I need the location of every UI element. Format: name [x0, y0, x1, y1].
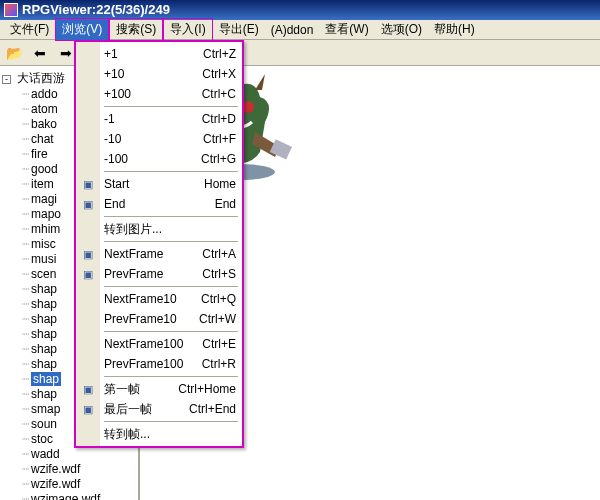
menu-item-start[interactable]: ▣StartHome — [76, 174, 242, 194]
tree-item[interactable]: wzife.wdf — [22, 462, 136, 477]
menu-item-nextframe100[interactable]: NextFrame100Ctrl+E — [76, 334, 242, 354]
page-icon: ▣ — [80, 381, 96, 397]
page-icon: ▣ — [80, 266, 96, 282]
menu-options[interactable]: 选项(O) — [375, 19, 428, 40]
menu-item-prevframe100[interactable]: PrevFrame100Ctrl+R — [76, 354, 242, 374]
menu-bar: 文件(F) 浏览(V) 搜索(S) 导入(I) 导出(E) (A)ddon 查看… — [0, 20, 600, 40]
menu-addon[interactable]: (A)ddon — [265, 21, 320, 39]
separator — [104, 106, 238, 107]
tree-item[interactable]: wadd — [22, 447, 136, 462]
app-icon — [4, 3, 18, 17]
page-icon: ▣ — [80, 196, 96, 212]
menu-item-minus100[interactable]: -100Ctrl+G — [76, 149, 242, 169]
prev-icon[interactable]: ⬅ — [30, 43, 50, 63]
open-icon[interactable]: 📂 — [4, 43, 24, 63]
separator — [104, 376, 238, 377]
menu-browse[interactable]: 浏览(V) — [55, 18, 109, 41]
menu-search[interactable]: 搜索(S) — [109, 18, 163, 41]
menu-export[interactable]: 导出(E) — [213, 19, 265, 40]
menu-item-plus1[interactable]: +1Ctrl+Z — [76, 44, 242, 64]
page-icon: ▣ — [80, 176, 96, 192]
menu-import[interactable]: 导入(I) — [163, 18, 212, 41]
collapse-icon[interactable]: - — [2, 75, 11, 84]
svg-rect-3 — [270, 139, 292, 159]
menu-item-plus10[interactable]: +10Ctrl+X — [76, 64, 242, 84]
next-icon[interactable]: ➡ — [56, 43, 76, 63]
menu-item-prevframe10[interactable]: PrevFrame10Ctrl+W — [76, 309, 242, 329]
menu-item-goto-frame[interactable]: 转到帧... — [76, 424, 242, 444]
menu-item-minus1[interactable]: -1Ctrl+D — [76, 109, 242, 129]
window-title: RPGViewer:22(5/36)/249 — [22, 0, 170, 20]
separator — [104, 286, 238, 287]
menu-item-plus100[interactable]: +100Ctrl+C — [76, 84, 242, 104]
page-icon: ▣ — [80, 401, 96, 417]
separator — [104, 216, 238, 217]
separator — [104, 171, 238, 172]
menu-item-nextframe10[interactable]: NextFrame10Ctrl+Q — [76, 289, 242, 309]
menu-item-nextframe[interactable]: ▣NextFrameCtrl+A — [76, 244, 242, 264]
tree-item[interactable]: wzife.wdf — [22, 477, 136, 492]
separator — [104, 421, 238, 422]
separator — [104, 331, 238, 332]
separator — [104, 241, 238, 242]
menu-item-goto-image[interactable]: 转到图片... — [76, 219, 242, 239]
page-icon: ▣ — [80, 246, 96, 262]
browse-dropdown: +1Ctrl+Z +10Ctrl+X +100Ctrl+C -1Ctrl+D -… — [74, 40, 244, 448]
tree-item[interactable]: wzimage.wdf — [22, 492, 136, 500]
menu-item-prevframe[interactable]: ▣PrevFrameCtrl+S — [76, 264, 242, 284]
menu-view[interactable]: 查看(W) — [319, 19, 374, 40]
menu-item-end[interactable]: ▣EndEnd — [76, 194, 242, 214]
tree-root-label: 大话西游 — [17, 71, 65, 85]
title-bar: RPGViewer:22(5/36)/249 — [0, 0, 600, 20]
menu-item-minus10[interactable]: -10Ctrl+F — [76, 129, 242, 149]
menu-file[interactable]: 文件(F) — [4, 19, 55, 40]
menu-help[interactable]: 帮助(H) — [428, 19, 481, 40]
menu-item-firstframe[interactable]: ▣第一帧Ctrl+Home — [76, 379, 242, 399]
menu-item-lastframe[interactable]: ▣最后一帧Ctrl+End — [76, 399, 242, 419]
